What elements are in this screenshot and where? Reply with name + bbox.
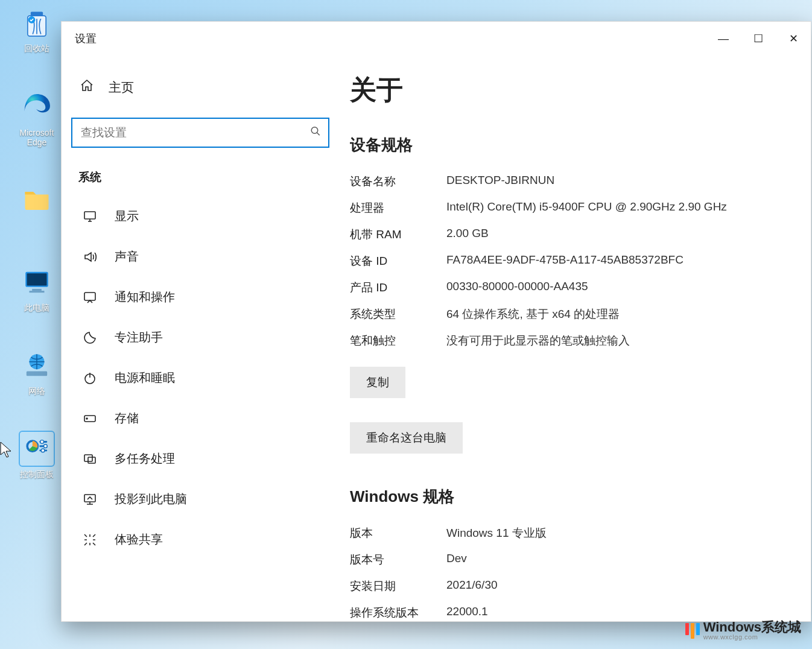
network-icon bbox=[19, 347, 55, 384]
nav-focus-assist[interactable]: 专注助手 bbox=[68, 320, 333, 355]
svg-rect-24 bbox=[84, 495, 95, 502]
svg-point-13 bbox=[40, 440, 44, 444]
nav-power-sleep[interactable]: 电源和睡眠 bbox=[68, 360, 333, 396]
minimize-icon: — bbox=[718, 33, 729, 45]
nav-shared-experiences[interactable]: 体验共享 bbox=[68, 522, 333, 557]
copy-button[interactable]: 复制 bbox=[350, 367, 405, 398]
spec-systype-k: 系统类型 bbox=[350, 306, 440, 322]
nav-storage[interactable]: 存储 bbox=[68, 400, 333, 436]
focus-icon bbox=[82, 331, 98, 345]
spec-cpu-v: Intel(R) Core(TM) i5-9400F CPU @ 2.90GHz… bbox=[446, 200, 769, 216]
rename-pc-button[interactable]: 重命名这台电脑 bbox=[350, 422, 463, 454]
watermark-brand: Windows系统城 bbox=[703, 619, 801, 635]
spec-devid-k: 设备 ID bbox=[350, 253, 440, 269]
settings-sidebar: 主页 系统 显示 声音 通知和操作 bbox=[62, 55, 350, 621]
titlebar[interactable]: 设置 — ☐ ✕ bbox=[62, 22, 811, 55]
win-version-k: 版本号 bbox=[350, 552, 440, 568]
nav-list: 显示 声音 通知和操作 专注助手 电源和睡眠 bbox=[68, 198, 333, 557]
spec-systype-v: 64 位操作系统, 基于 x64 的处理器 bbox=[446, 306, 769, 322]
page-title: 关于 bbox=[350, 72, 769, 108]
edge-icon bbox=[19, 89, 55, 125]
nav-sound-label: 声音 bbox=[115, 249, 139, 265]
home-label: 主页 bbox=[109, 79, 134, 96]
watermark: Windows系统城 www.wxclgg.com bbox=[685, 621, 801, 641]
nav-multitasking-label: 多任务处理 bbox=[115, 451, 175, 467]
nav-display[interactable]: 显示 bbox=[68, 198, 333, 234]
svg-rect-23 bbox=[88, 457, 95, 463]
win-edition-v: Windows 11 专业版 bbox=[446, 525, 769, 541]
category-label: 系统 bbox=[68, 169, 333, 198]
home-icon bbox=[80, 78, 95, 96]
this-pc-shortcut[interactable]: 此电脑 bbox=[10, 264, 64, 314]
spec-prodid-k: 产品 ID bbox=[350, 280, 440, 296]
edge-label: Microsoft Edge bbox=[10, 128, 64, 147]
windows-spec-table: 版本Windows 11 专业版 版本号Dev 安装日期2021/6/30 操作… bbox=[350, 525, 769, 621]
svg-point-14 bbox=[44, 445, 48, 448]
spec-prodid-v: 00330-80000-00000-AA435 bbox=[446, 280, 769, 296]
svg-point-16 bbox=[311, 127, 318, 134]
spec-ram-k: 机带 RAM bbox=[350, 227, 440, 242]
this-pc-label: 此电脑 bbox=[10, 303, 64, 314]
watermark-url: www.wxclgg.com bbox=[703, 634, 801, 641]
windows-spec-title: Windows 规格 bbox=[350, 486, 769, 507]
spec-pen-v: 没有可用于此显示器的笔或触控输入 bbox=[446, 333, 769, 349]
project-icon bbox=[82, 492, 98, 507]
control-panel-label: 控制面板 bbox=[10, 469, 64, 480]
nav-projecting[interactable]: 投影到此电脑 bbox=[68, 481, 333, 517]
spec-devid-v: FA78A4EE-9ADF-475B-A117-45AB85372BFC bbox=[446, 253, 769, 269]
recycle-bin-icon bbox=[19, 5, 55, 41]
settings-window: 设置 — ☐ ✕ 主页 系统 bbox=[61, 21, 811, 622]
win-build-v: 22000.1 bbox=[446, 605, 769, 621]
sound-icon bbox=[82, 250, 98, 264]
folder-shortcut[interactable] bbox=[10, 181, 64, 220]
svg-point-15 bbox=[41, 449, 45, 452]
win-version-v: Dev bbox=[446, 552, 769, 568]
nav-notifications[interactable]: 通知和操作 bbox=[68, 279, 333, 315]
svg-rect-17 bbox=[84, 212, 95, 219]
spec-name-v: DESKTOP-JBIRNUN bbox=[446, 174, 769, 189]
window-body: 主页 系统 显示 声音 通知和操作 bbox=[62, 55, 811, 621]
device-spec-title: 设备规格 bbox=[350, 135, 769, 156]
nav-display-label: 显示 bbox=[115, 208, 139, 224]
about-page: 关于 设备规格 设备名称DESKTOP-JBIRNUN 处理器Intel(R) … bbox=[350, 55, 811, 621]
window-control-group: — ☐ ✕ bbox=[706, 22, 811, 55]
network-shortcut[interactable]: 网络 bbox=[10, 347, 64, 397]
notify-icon bbox=[82, 290, 98, 305]
minimize-button[interactable]: — bbox=[706, 22, 741, 55]
win-installed-v: 2021/6/30 bbox=[446, 578, 769, 594]
multi-icon bbox=[82, 452, 98, 466]
svg-rect-8 bbox=[27, 371, 47, 376]
edge-shortcut[interactable]: Microsoft Edge bbox=[10, 89, 64, 147]
spec-name-k: 设备名称 bbox=[350, 174, 440, 189]
search-wrap bbox=[71, 118, 329, 148]
win-installed-k: 安装日期 bbox=[350, 578, 440, 594]
home-link[interactable]: 主页 bbox=[68, 72, 333, 102]
maximize-button[interactable]: ☐ bbox=[741, 22, 776, 55]
svg-rect-1 bbox=[31, 11, 43, 16]
nav-shared-label: 体验共享 bbox=[115, 531, 163, 548]
spec-pen-k: 笔和触控 bbox=[350, 333, 440, 349]
close-button[interactable]: ✕ bbox=[776, 22, 811, 55]
cursor-icon bbox=[0, 442, 12, 458]
this-pc-icon bbox=[19, 264, 55, 300]
nav-power-label: 电源和睡眠 bbox=[115, 370, 175, 386]
nav-storage-label: 存储 bbox=[115, 410, 139, 426]
power-icon bbox=[82, 371, 98, 385]
win-build-k: 操作系统版本 bbox=[350, 605, 440, 621]
app-title: 设置 bbox=[75, 31, 97, 46]
recycle-bin-shortcut[interactable]: 回收站 bbox=[10, 5, 64, 54]
recycle-bin-label: 回收站 bbox=[10, 43, 64, 54]
search-input[interactable] bbox=[71, 118, 329, 148]
display-icon bbox=[82, 209, 98, 224]
nav-focus-label: 专注助手 bbox=[115, 329, 163, 346]
network-label: 网络 bbox=[10, 386, 64, 397]
control-panel-shortcut[interactable]: 控制面板 bbox=[10, 431, 64, 480]
win-edition-k: 版本 bbox=[350, 525, 440, 541]
search-icon bbox=[310, 126, 321, 140]
svg-rect-5 bbox=[32, 289, 42, 291]
spec-cpu-k: 处理器 bbox=[350, 200, 440, 216]
nav-multitasking[interactable]: 多任务处理 bbox=[68, 441, 333, 476]
svg-point-21 bbox=[86, 418, 87, 419]
svg-rect-18 bbox=[84, 293, 95, 300]
nav-sound[interactable]: 声音 bbox=[68, 239, 333, 274]
